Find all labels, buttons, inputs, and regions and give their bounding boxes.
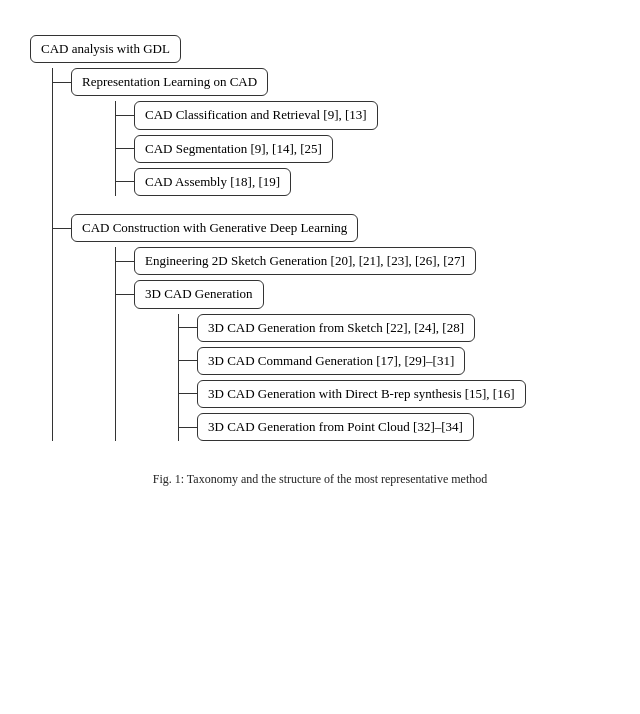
cad-construction-row: CAD Construction with Generative Deep Le…	[53, 214, 610, 242]
rl-label: Representation Learning on CAD	[71, 68, 268, 96]
command-gen-hline	[179, 360, 197, 361]
3d-cad-gen-label: 3D CAD Generation	[134, 280, 264, 308]
from-sketch-label: 3D CAD Generation from Sketch [22], [24]…	[197, 314, 475, 342]
rl-hline	[53, 82, 71, 83]
assembly-label: CAD Assembly [18], [19]	[134, 168, 291, 196]
sketch-gen-hline	[116, 261, 134, 262]
brep-label: 3D CAD Generation with Direct B-rep synt…	[197, 380, 526, 408]
rl-indent: CAD Classification and Retrieval [9], [1…	[115, 101, 610, 196]
command-gen-row: 3D CAD Command Generation [17], [29]–[31…	[179, 347, 610, 375]
figure-caption: Fig. 1: Taxonomy and the structure of th…	[20, 472, 620, 487]
cad-construction-label: CAD Construction with Generative Deep Le…	[71, 214, 358, 242]
rl-row: Representation Learning on CAD	[53, 68, 610, 96]
segmentation-row: CAD Segmentation [9], [14], [25]	[116, 135, 610, 163]
segmentation-hline	[116, 148, 134, 149]
brep-row: 3D CAD Generation with Direct B-rep synt…	[179, 380, 610, 408]
sketch-gen-label: Engineering 2D Sketch Generation [20], […	[134, 247, 476, 275]
command-gen-label: 3D CAD Command Generation [17], [29]–[31…	[197, 347, 465, 375]
classification-hline	[116, 115, 134, 116]
sketch-gen-row: Engineering 2D Sketch Generation [20], […	[116, 247, 610, 275]
cad-construction-indent: Engineering 2D Sketch Generation [20], […	[115, 247, 610, 441]
level1-indent: Representation Learning on CAD CAD Class…	[52, 68, 610, 441]
assembly-row: CAD Assembly [18], [19]	[116, 168, 610, 196]
3d-cad-gen-hline	[116, 294, 134, 295]
classification-row: CAD Classification and Retrieval [9], [1…	[116, 101, 610, 129]
segmentation-label: CAD Segmentation [9], [14], [25]	[134, 135, 333, 163]
gap1	[53, 201, 610, 209]
3d-cad-gen-children: 3D CAD Generation from Sketch [22], [24]…	[156, 314, 610, 442]
cad-construction-children: Engineering 2D Sketch Generation [20], […	[93, 247, 610, 441]
3d-cad-gen-indent: 3D CAD Generation from Sketch [22], [24]…	[178, 314, 610, 442]
sketch-gen-3d-row: 3D CAD Generation from Sketch [22], [24]…	[179, 314, 610, 342]
cad-construction-hline	[53, 228, 71, 229]
root-label: CAD analysis with GDL	[30, 35, 181, 63]
3d-cad-gen-row: 3D CAD Generation	[116, 280, 610, 308]
root-node: CAD analysis with GDL	[30, 35, 610, 63]
brep-hline	[179, 393, 197, 394]
point-cloud-label: 3D CAD Generation from Point Cloud [32]–…	[197, 413, 474, 441]
sketch-gen-3d-hline	[179, 327, 197, 328]
classification-label: CAD Classification and Retrieval [9], [1…	[134, 101, 378, 129]
rl-children: CAD Classification and Retrieval [9], [1…	[93, 101, 610, 196]
assembly-hline	[116, 181, 134, 182]
point-cloud-row: 3D CAD Generation from Point Cloud [32]–…	[179, 413, 610, 441]
taxonomy-diagram: CAD analysis with GDL Representation Lea…	[20, 20, 620, 456]
point-cloud-hline	[179, 427, 197, 428]
